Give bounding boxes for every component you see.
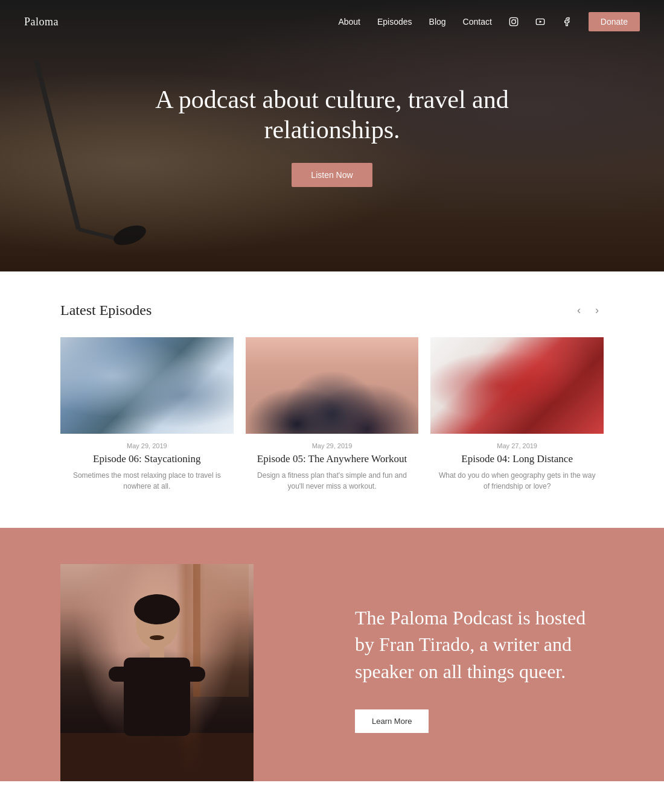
about-section: The Paloma Podcast is hosted by Fran Tir… bbox=[0, 528, 664, 781]
episode-thumb-image bbox=[60, 337, 234, 434]
instagram-icon[interactable] bbox=[509, 17, 519, 27]
svg-rect-0 bbox=[509, 17, 517, 25]
episode-date: May 29, 2019 bbox=[312, 442, 353, 449]
nav-link-blog[interactable]: Blog bbox=[429, 17, 446, 27]
hero-content: A podcast about culture, travel and rela… bbox=[127, 84, 537, 188]
about-text-col: The Paloma Podcast is hosted by Fran Tir… bbox=[319, 568, 664, 781]
episode-thumbnail bbox=[60, 337, 234, 434]
episode-title: Episode 05: The Anywhere Workout bbox=[257, 453, 407, 465]
episode-thumb-image bbox=[430, 337, 604, 434]
episodes-section: Latest Episodes ‹ › May 29, 2019 Episode… bbox=[0, 271, 664, 528]
episodes-grid: May 29, 2019 Episode 06: Staycationing S… bbox=[60, 337, 604, 492]
episode-description: Sometimes the most relaxing place to tra… bbox=[68, 470, 225, 492]
carousel-prev-button[interactable]: ‹ bbox=[572, 302, 586, 319]
svg-rect-10 bbox=[150, 645, 164, 658]
episode-date: May 29, 2019 bbox=[127, 442, 167, 449]
svg-line-5 bbox=[36, 60, 78, 229]
episode-thumbnail bbox=[246, 337, 419, 434]
svg-point-2 bbox=[516, 19, 516, 20]
episode-description: What do you do when geography gets in th… bbox=[439, 470, 596, 492]
section-title-episodes: Latest Episodes bbox=[60, 302, 152, 319]
episode-description: Design a fitness plan that's simple and … bbox=[254, 470, 410, 492]
nav-link-episodes[interactable]: Episodes bbox=[377, 17, 412, 27]
nav-link-contact[interactable]: Contact bbox=[463, 17, 492, 27]
listen-now-button[interactable]: Listen Now bbox=[292, 163, 372, 187]
svg-rect-13 bbox=[169, 667, 205, 682]
episodes-header: Latest Episodes ‹ › bbox=[60, 302, 604, 319]
facebook-icon[interactable] bbox=[562, 17, 572, 27]
person-silhouette bbox=[91, 588, 223, 781]
svg-marker-4 bbox=[540, 21, 542, 23]
svg-point-9 bbox=[134, 594, 180, 624]
about-photo bbox=[60, 564, 254, 781]
about-image-col bbox=[0, 564, 319, 781]
svg-point-7 bbox=[111, 221, 148, 249]
episode-card[interactable]: May 29, 2019 Episode 06: Staycationing S… bbox=[60, 337, 234, 492]
carousel-controls: ‹ › bbox=[572, 302, 604, 319]
svg-point-14 bbox=[150, 635, 164, 640]
nav-link-about[interactable]: About bbox=[338, 17, 360, 27]
about-description: The Paloma Podcast is hosted by Fran Tir… bbox=[355, 604, 604, 685]
episode-date: May 27, 2019 bbox=[497, 442, 537, 449]
carousel-next-button[interactable]: › bbox=[590, 302, 604, 319]
episode-title: Episode 04: Long Distance bbox=[461, 453, 573, 465]
svg-rect-12 bbox=[109, 667, 145, 682]
nav-right: About Episodes Blog Contact Donate bbox=[338, 12, 640, 31]
episode-thumbnail bbox=[430, 337, 604, 434]
youtube-icon[interactable] bbox=[535, 17, 545, 27]
site-logo[interactable]: Paloma bbox=[24, 16, 59, 28]
donate-button[interactable]: Donate bbox=[589, 12, 640, 31]
episode-card[interactable]: May 29, 2019 Episode 05: The Anywhere Wo… bbox=[246, 337, 419, 492]
svg-point-1 bbox=[512, 20, 516, 24]
learn-more-button[interactable]: Learn More bbox=[355, 709, 429, 733]
hero-title: A podcast about culture, travel and rela… bbox=[151, 84, 513, 145]
episode-thumb-image bbox=[246, 337, 419, 434]
episode-card[interactable]: May 27, 2019 Episode 04: Long Distance W… bbox=[430, 337, 604, 492]
main-nav: Paloma About Episodes Blog Contact D bbox=[0, 0, 664, 43]
episode-title: Episode 06: Staycationing bbox=[93, 453, 200, 465]
